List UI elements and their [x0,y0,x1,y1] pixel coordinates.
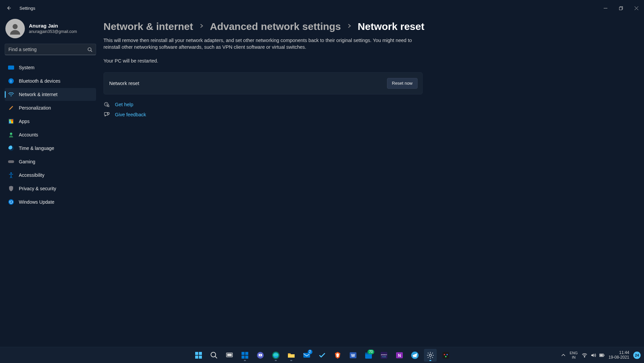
tray-overflow-button[interactable] [561,353,566,358]
window-controls [598,3,644,13]
davinci-icon [442,351,450,359]
minimize-button[interactable] [598,3,613,13]
get-help-row: ? Get help [103,101,624,108]
taskbar-brave[interactable] [331,349,344,362]
taskbar-edge[interactable] [269,349,282,362]
svg-point-7 [10,172,12,174]
taskbar-mail[interactable]: 2 [300,349,313,362]
search-input[interactable] [8,47,87,52]
taskbar-amazon-music[interactable]: amazonmusic [378,349,390,362]
sidebar-item-label: Accessibility [19,172,44,178]
svg-text:music: music [382,356,386,358]
sidebar-item-accounts[interactable]: Accounts [5,128,96,141]
gamepad-icon [8,159,14,165]
task-view[interactable] [223,349,236,362]
window-title: Settings [19,6,35,11]
back-button[interactable] [3,3,14,13]
restart-note: Your PC will be restarted. [103,58,624,64]
breadcrumb-advanced-network[interactable]: Advanced network settings [210,21,341,32]
taskbar-search[interactable] [208,349,220,362]
shield-icon [8,186,14,192]
update-icon [8,199,14,205]
svg-rect-22 [242,356,245,359]
edge-icon [272,351,280,359]
maximize-button[interactable] [613,3,629,13]
user-card[interactable]: Anurag Jain anuragjain353@gmail.com [5,17,96,40]
taskbar-word[interactable]: W [347,349,359,362]
titlebar: Settings [0,0,644,16]
taskbar-explorer[interactable] [285,349,298,362]
sidebar-item-update[interactable]: Windows Update [5,196,96,208]
person-icon [9,23,21,35]
card-title: Network reset [109,81,139,86]
taskbar-center: 2 W 70 amazonmusic N [192,349,452,362]
sidebar-item-time[interactable]: Time & language [5,142,96,155]
description-text: This will remove then reinstall all your… [103,37,423,51]
notification-badge[interactable]: 24 [633,352,641,359]
search-box[interactable] [5,44,96,55]
svg-point-44 [445,356,446,357]
search-icon [87,47,92,52]
arrow-left-icon [6,6,11,10]
taskbar-widgets[interactable] [239,349,251,362]
taskbar-chat[interactable] [254,349,267,362]
give-feedback-link[interactable]: Give feedback [115,112,146,117]
svg-point-4 [11,95,12,96]
taskbar-onenote[interactable]: N [393,349,406,362]
sidebar-item-label: Time & language [19,146,54,151]
telegram-icon [411,351,419,359]
apps-icon [8,118,14,124]
sidebar-item-system[interactable]: System [5,61,96,74]
volume-tray-icon [591,353,596,358]
taskbar-calendar[interactable]: 70 [362,349,375,362]
wifi-tray-icon [582,353,587,358]
sidebar-item-network[interactable]: Network & internet [5,88,96,101]
svg-rect-6 [8,160,14,163]
sidebar-item-bluetooth[interactable]: ᛒ Bluetooth & devices [5,75,96,87]
svg-rect-16 [199,356,202,359]
taskbar-telegram[interactable] [409,349,421,362]
sidebar-item-privacy[interactable]: Privacy & security [5,182,96,195]
svg-rect-13 [195,352,198,355]
sidebar-item-label: Personalization [19,105,51,111]
sidebar-item-apps[interactable]: Apps [5,115,96,128]
globe-icon [8,145,14,151]
brave-icon [334,351,342,359]
search-icon [210,351,218,359]
svg-point-43 [446,354,448,355]
svg-rect-20 [242,352,245,355]
taskbar-right: ENG IN 11:44 19-08-2021 24 [561,351,641,360]
svg-text:N: N [398,353,401,358]
taskbar-settings[interactable] [424,349,437,362]
network-reset-card: Network reset Reset now [103,72,423,94]
battery-tray-icon [599,353,605,358]
language-indicator[interactable]: ENG IN [570,351,578,359]
breadcrumb-network-reset: Network reset [358,21,424,32]
taskbar-davinci[interactable] [439,349,452,362]
lang-top: ENG [570,351,578,355]
sidebar-item-personalization[interactable]: Personalization [5,102,96,114]
svg-text:?: ? [105,103,107,106]
svg-rect-1 [619,7,622,10]
get-help-link[interactable]: Get help [115,102,133,107]
svg-point-40 [429,354,431,356]
sidebar-item-gaming[interactable]: Gaming [5,155,96,168]
calendar-badge: 70 [368,350,374,354]
chevron-right-icon [199,24,204,30]
accounts-icon [8,132,14,138]
sidebar-item-accessibility[interactable]: Accessibility [5,169,96,182]
system-tray[interactable] [582,353,605,358]
user-name: Anurag Jain [29,23,77,29]
titlebar-left: Settings [3,3,35,13]
breadcrumb-network-internet[interactable]: Network & internet [103,21,193,32]
reset-now-button[interactable]: Reset now [387,78,418,89]
taskbar-todo[interactable] [316,349,329,362]
feedback-icon [103,111,110,118]
clock[interactable]: 11:44 19-08-2021 [609,351,629,360]
close-button[interactable] [629,3,644,13]
check-icon [318,351,326,359]
start-button[interactable] [192,349,205,362]
lang-bottom: IN [572,355,575,359]
close-icon [635,6,638,10]
svg-rect-15 [195,356,198,359]
